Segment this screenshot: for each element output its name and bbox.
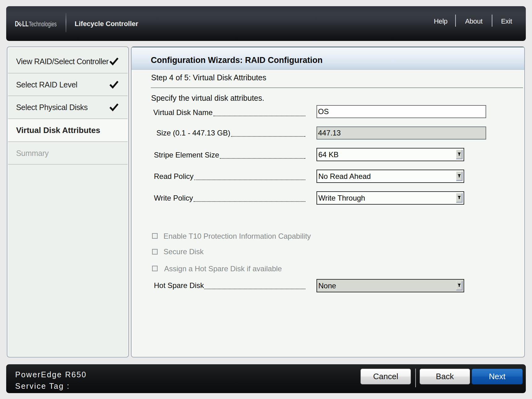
svg-text:Technologies: Technologies: [29, 20, 57, 28]
svg-text:LL: LL: [22, 20, 29, 28]
